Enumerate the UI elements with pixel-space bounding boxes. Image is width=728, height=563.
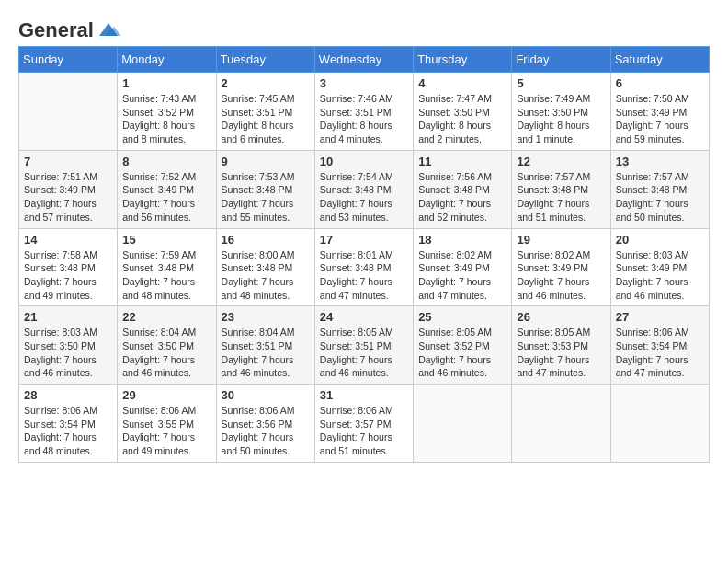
- calendar-cell: 3Sunrise: 7:46 AMSunset: 3:51 PMDaylight…: [314, 73, 413, 151]
- weekday-header-wednesday: Wednesday: [314, 47, 413, 73]
- day-number: 13: [616, 155, 704, 168]
- weekday-header-sunday: Sunday: [19, 47, 118, 73]
- weekday-header-tuesday: Tuesday: [216, 47, 314, 73]
- calendar-table: SundayMondayTuesdayWednesdayThursdayFrid…: [18, 46, 710, 463]
- day-info: Sunrise: 7:52 AMSunset: 3:49 PMDaylight:…: [122, 170, 210, 224]
- day-number: 5: [517, 76, 605, 90]
- calendar-cell: 29Sunrise: 8:06 AMSunset: 3:55 PMDayligh…: [118, 385, 216, 463]
- day-info: Sunrise: 7:51 AMSunset: 3:49 PMDaylight:…: [24, 170, 112, 224]
- day-number: 15: [122, 233, 210, 247]
- day-info: Sunrise: 8:02 AMSunset: 3:49 PMDaylight:…: [418, 248, 506, 303]
- day-number: 30: [222, 388, 310, 402]
- day-number: 31: [320, 388, 408, 402]
- calendar-cell: [610, 385, 709, 463]
- day-info: Sunrise: 8:06 AMSunset: 3:56 PMDaylight:…: [222, 404, 310, 458]
- day-number: 27: [616, 310, 704, 324]
- calendar-week-row: 28Sunrise: 8:06 AMSunset: 3:54 PMDayligh…: [19, 385, 710, 463]
- calendar-cell: 22Sunrise: 8:04 AMSunset: 3:50 PMDayligh…: [118, 306, 216, 385]
- day-number: 26: [517, 310, 605, 324]
- calendar-cell: 4Sunrise: 7:47 AMSunset: 3:50 PMDaylight…: [414, 73, 512, 151]
- calendar-cell: [19, 73, 118, 151]
- calendar-cell: 10Sunrise: 7:54 AMSunset: 3:48 PMDayligh…: [314, 150, 413, 228]
- day-info: Sunrise: 7:46 AMSunset: 3:51 PMDaylight:…: [320, 92, 408, 146]
- calendar-cell: 16Sunrise: 8:00 AMSunset: 3:48 PMDayligh…: [216, 228, 314, 306]
- calendar-cell: 20Sunrise: 8:03 AMSunset: 3:49 PMDayligh…: [610, 228, 709, 306]
- calendar-week-row: 14Sunrise: 7:58 AMSunset: 3:48 PMDayligh…: [19, 228, 710, 306]
- calendar-cell: 17Sunrise: 8:01 AMSunset: 3:48 PMDayligh…: [314, 228, 413, 306]
- day-info: Sunrise: 7:59 AMSunset: 3:48 PMDaylight:…: [122, 248, 210, 303]
- day-number: 12: [517, 155, 605, 168]
- day-number: 8: [122, 155, 210, 168]
- day-info: Sunrise: 8:06 AMSunset: 3:54 PMDaylight:…: [24, 404, 112, 458]
- day-number: 20: [616, 233, 704, 247]
- weekday-header-thursday: Thursday: [414, 47, 512, 73]
- logo-general: General: [18, 18, 94, 42]
- day-number: 3: [320, 76, 408, 90]
- day-number: 17: [320, 233, 408, 247]
- day-info: Sunrise: 7:43 AMSunset: 3:52 PMDaylight:…: [122, 92, 210, 146]
- day-info: Sunrise: 8:03 AMSunset: 3:50 PMDaylight:…: [24, 326, 112, 380]
- day-number: 6: [616, 76, 704, 90]
- day-number: 23: [222, 310, 310, 324]
- calendar-cell: 12Sunrise: 7:57 AMSunset: 3:48 PMDayligh…: [512, 150, 610, 228]
- calendar-cell: 1Sunrise: 7:43 AMSunset: 3:52 PMDaylight…: [118, 73, 216, 151]
- logo-icon: [96, 21, 121, 40]
- day-info: Sunrise: 8:00 AMSunset: 3:48 PMDaylight:…: [222, 248, 310, 303]
- calendar-week-row: 7Sunrise: 7:51 AMSunset: 3:49 PMDaylight…: [19, 150, 710, 228]
- calendar-header-row: SundayMondayTuesdayWednesdayThursdayFrid…: [19, 47, 710, 73]
- page-header: General: [18, 18, 710, 37]
- day-info: Sunrise: 7:45 AMSunset: 3:51 PMDaylight:…: [222, 92, 310, 146]
- weekday-header-friday: Friday: [512, 47, 610, 73]
- calendar-cell: 25Sunrise: 8:05 AMSunset: 3:52 PMDayligh…: [414, 306, 512, 385]
- day-info: Sunrise: 7:54 AMSunset: 3:48 PMDaylight:…: [320, 170, 408, 224]
- day-info: Sunrise: 8:01 AMSunset: 3:48 PMDaylight:…: [320, 248, 408, 303]
- day-info: Sunrise: 8:06 AMSunset: 3:54 PMDaylight:…: [616, 326, 704, 380]
- calendar-cell: 6Sunrise: 7:50 AMSunset: 3:49 PMDaylight…: [610, 73, 709, 151]
- day-info: Sunrise: 8:03 AMSunset: 3:49 PMDaylight:…: [616, 248, 704, 303]
- calendar-week-row: 21Sunrise: 8:03 AMSunset: 3:50 PMDayligh…: [19, 306, 710, 385]
- calendar-cell: 5Sunrise: 7:49 AMSunset: 3:50 PMDaylight…: [512, 73, 610, 151]
- day-info: Sunrise: 8:04 AMSunset: 3:50 PMDaylight:…: [122, 326, 210, 380]
- day-info: Sunrise: 8:05 AMSunset: 3:51 PMDaylight:…: [320, 326, 408, 380]
- calendar-cell: 18Sunrise: 8:02 AMSunset: 3:49 PMDayligh…: [414, 228, 512, 306]
- calendar-week-row: 1Sunrise: 7:43 AMSunset: 3:52 PMDaylight…: [19, 73, 710, 151]
- calendar-cell: [512, 385, 610, 463]
- calendar-cell: [414, 385, 512, 463]
- day-info: Sunrise: 8:02 AMSunset: 3:49 PMDaylight:…: [517, 248, 605, 303]
- logo: General: [18, 18, 121, 37]
- day-number: 25: [418, 310, 506, 324]
- day-number: 21: [24, 310, 112, 324]
- day-info: Sunrise: 8:06 AMSunset: 3:57 PMDaylight:…: [320, 404, 408, 458]
- day-number: 7: [24, 155, 112, 168]
- calendar-cell: 27Sunrise: 8:06 AMSunset: 3:54 PMDayligh…: [610, 306, 709, 385]
- day-info: Sunrise: 8:05 AMSunset: 3:53 PMDaylight:…: [517, 326, 605, 380]
- weekday-header-monday: Monday: [118, 47, 216, 73]
- day-number: 2: [222, 76, 310, 90]
- day-number: 22: [122, 310, 210, 324]
- calendar-cell: 11Sunrise: 7:56 AMSunset: 3:48 PMDayligh…: [414, 150, 512, 228]
- day-number: 16: [222, 233, 310, 247]
- calendar-cell: 26Sunrise: 8:05 AMSunset: 3:53 PMDayligh…: [512, 306, 610, 385]
- day-number: 4: [418, 76, 506, 90]
- calendar-cell: 2Sunrise: 7:45 AMSunset: 3:51 PMDaylight…: [216, 73, 314, 151]
- day-number: 14: [24, 233, 112, 247]
- day-number: 9: [222, 155, 310, 168]
- calendar-cell: 8Sunrise: 7:52 AMSunset: 3:49 PMDaylight…: [118, 150, 216, 228]
- calendar-cell: 19Sunrise: 8:02 AMSunset: 3:49 PMDayligh…: [512, 228, 610, 306]
- day-info: Sunrise: 7:47 AMSunset: 3:50 PMDaylight:…: [418, 92, 506, 146]
- calendar-cell: 14Sunrise: 7:58 AMSunset: 3:48 PMDayligh…: [19, 228, 118, 306]
- calendar-cell: 21Sunrise: 8:03 AMSunset: 3:50 PMDayligh…: [19, 306, 118, 385]
- calendar-cell: 9Sunrise: 7:53 AMSunset: 3:48 PMDaylight…: [216, 150, 314, 228]
- day-info: Sunrise: 7:53 AMSunset: 3:48 PMDaylight:…: [222, 170, 310, 224]
- day-info: Sunrise: 8:06 AMSunset: 3:55 PMDaylight:…: [122, 404, 210, 458]
- day-info: Sunrise: 7:57 AMSunset: 3:48 PMDaylight:…: [616, 170, 704, 224]
- day-number: 18: [418, 233, 506, 247]
- day-info: Sunrise: 7:57 AMSunset: 3:48 PMDaylight:…: [517, 170, 605, 224]
- day-number: 19: [517, 233, 605, 247]
- day-info: Sunrise: 7:50 AMSunset: 3:49 PMDaylight:…: [616, 92, 704, 146]
- day-info: Sunrise: 7:56 AMSunset: 3:48 PMDaylight:…: [418, 170, 506, 224]
- calendar-cell: 23Sunrise: 8:04 AMSunset: 3:51 PMDayligh…: [216, 306, 314, 385]
- day-number: 28: [24, 388, 112, 402]
- day-info: Sunrise: 8:04 AMSunset: 3:51 PMDaylight:…: [222, 326, 310, 380]
- calendar-cell: 15Sunrise: 7:59 AMSunset: 3:48 PMDayligh…: [118, 228, 216, 306]
